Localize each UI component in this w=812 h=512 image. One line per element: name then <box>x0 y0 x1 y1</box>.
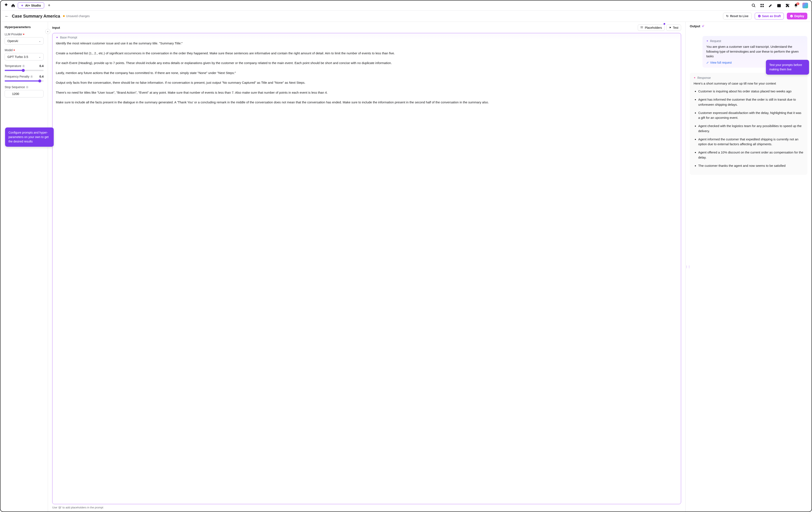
page-title: Case Summary America <box>12 14 60 19</box>
frequency-value: 0.4 <box>39 75 44 78</box>
output-panel: ⋮⋮ Output ✦ Request You are given a cust… <box>686 22 812 512</box>
response-label: Response <box>697 76 711 80</box>
deploy-label: Deploy <box>794 14 804 18</box>
temperature-slider[interactable] <box>5 70 44 71</box>
response-list-item: Customer is inquiring about his order st… <box>698 89 804 94</box>
topnav-actions: 01 8 <box>752 3 808 8</box>
play-icon <box>669 26 672 29</box>
puzzle-icon[interactable] <box>785 3 790 8</box>
main-content: Hyperparameters LLM Provider OpenAI ⌄ Mo… <box>0 22 812 512</box>
reset-label: Reset to Live <box>730 14 748 18</box>
response-list-item: The customer thanks the agent and now se… <box>698 163 804 168</box>
back-button[interactable]: ← <box>5 14 9 19</box>
collapse-panel-button[interactable]: ‹ <box>45 29 50 34</box>
add-tab-button[interactable]: + <box>47 2 52 9</box>
stop-sequence-input[interactable] <box>5 90 44 97</box>
apps-icon[interactable] <box>760 3 764 8</box>
base-prompt-label: Base Prompt <box>60 36 77 39</box>
response-list: Customer is inquiring about his order st… <box>694 89 804 168</box>
view-full-label: View full request <box>710 61 732 64</box>
placeholder-hint: Use '@' to add placeholders in the promp… <box>52 506 681 509</box>
info-icon[interactable]: i <box>22 65 25 67</box>
chevron-down-icon: ⌄ <box>39 39 41 42</box>
hyperparameters-panel: Hyperparameters LLM Provider OpenAI ⌄ Mo… <box>0 22 48 512</box>
test-button[interactable]: Test <box>666 25 681 31</box>
svg-rect-3 <box>762 4 764 5</box>
save-draft-label: Save as Draft <box>762 14 781 18</box>
info-icon[interactable]: i <box>30 75 33 78</box>
reset-icon: ↻ <box>726 14 729 18</box>
calendar-icon[interactable]: 01 <box>777 3 781 8</box>
frequency-slider[interactable] <box>5 80 44 82</box>
input-panel: Input Placeholders <box>48 22 686 512</box>
sparkle-icon: ✦ <box>694 76 696 79</box>
svg-point-23 <box>703 25 704 26</box>
workspace-tab[interactable]: ✦ AI+ Studio <box>18 2 44 8</box>
resize-handle[interactable]: ⋮⋮ <box>685 265 690 269</box>
placeholders-indicator-dot <box>664 23 665 25</box>
compose-icon[interactable] <box>768 3 773 8</box>
provider-select[interactable]: OpenAI ⌄ <box>5 37 44 44</box>
search-icon[interactable] <box>752 3 756 8</box>
brand-logo <box>4 3 8 8</box>
svg-point-0 <box>752 4 755 6</box>
sparkle-icon: ✦ <box>706 39 708 42</box>
list-icon <box>640 26 643 29</box>
response-list-item: Agent informed the customer that expedit… <box>698 137 804 147</box>
response-list-item: Customer expressed dissatisfaction with … <box>698 110 804 120</box>
response-list-item: Agent offered a 10% discount on the curr… <box>698 150 804 160</box>
svg-rect-2 <box>761 4 762 5</box>
home-icon[interactable] <box>11 3 15 8</box>
base-prompt-card[interactable]: ✦ Base Prompt Identify the most relevant… <box>52 33 681 504</box>
test-label: Test <box>673 26 678 29</box>
sparkle-icon: ✦ <box>21 4 24 7</box>
hyper-tooltip: Configure prompts and hyper-parameters o… <box>5 127 54 147</box>
temperature-label: Temperature i <box>5 64 25 68</box>
unsaved-indicator: Unsaved changes <box>63 14 90 18</box>
temperature-value: 0.4 <box>39 64 44 68</box>
unsaved-dot-icon <box>63 15 65 17</box>
svg-rect-4 <box>761 6 762 7</box>
avatar[interactable] <box>802 3 808 8</box>
prompt-text[interactable]: Identify the most relevant customer issu… <box>56 41 677 104</box>
response-list-item: Agent checked with the logistics team fo… <box>698 123 804 133</box>
svg-text:01: 01 <box>778 5 780 7</box>
deploy-button[interactable]: Deploy <box>787 13 807 20</box>
stop-sequence-label: Stop Sequence i <box>5 85 44 89</box>
workspace-tab-label: AI+ Studio <box>25 4 41 7</box>
response-intro: Here's a short summary of case up till n… <box>694 81 804 86</box>
output-tooltip: Test your prompts before making them liv… <box>766 60 809 74</box>
svg-point-8 <box>795 6 796 7</box>
placeholders-button[interactable]: Placeholders <box>638 24 665 31</box>
provider-value: OpenAI <box>7 39 18 43</box>
response-list-item: Agent has informed the customer that the… <box>698 97 804 107</box>
check-icon <box>758 14 761 18</box>
placeholders-label: Placeholders <box>645 26 662 29</box>
notification-badge: 8 <box>796 3 799 5</box>
page-header: ← Case Summary America Unsaved changes ↻… <box>0 10 812 22</box>
svg-line-1 <box>754 6 755 7</box>
save-draft-button[interactable]: Save as Draft <box>755 13 784 20</box>
request-text: You are given a customer care call trans… <box>706 44 804 59</box>
top-nav: ✦ AI+ Studio + 01 8 <box>0 0 812 10</box>
model-select[interactable]: GPT Turbo 3.5 ⌄ <box>5 53 44 60</box>
reset-button[interactable]: ↻ Reset to Live <box>723 13 752 20</box>
model-label: Model <box>5 49 44 52</box>
input-title: Input <box>52 26 60 29</box>
hyper-title: Hyperparameters <box>5 25 44 29</box>
model-value: GPT Turbo 3.5 <box>7 55 28 59</box>
request-label: Request <box>710 39 721 43</box>
required-dot-icon <box>13 50 15 51</box>
sparkle-icon: ✦ <box>56 36 58 39</box>
output-title: Output <box>690 24 700 28</box>
response-card: ✦ Response Here's a short summary of cas… <box>690 73 807 175</box>
check-icon <box>790 14 793 18</box>
view-full-request-link[interactable]: ⤢ View full request <box>706 61 732 64</box>
sparkle-icon <box>701 25 704 28</box>
required-dot-icon <box>23 34 24 35</box>
notifications-icon[interactable]: 8 <box>794 3 798 8</box>
chevron-down-icon: ⌄ <box>39 55 41 58</box>
info-icon[interactable]: i <box>26 86 29 89</box>
provider-label: LLM Provider <box>5 33 44 36</box>
frequency-label: Frequency Penalty i <box>5 75 33 78</box>
